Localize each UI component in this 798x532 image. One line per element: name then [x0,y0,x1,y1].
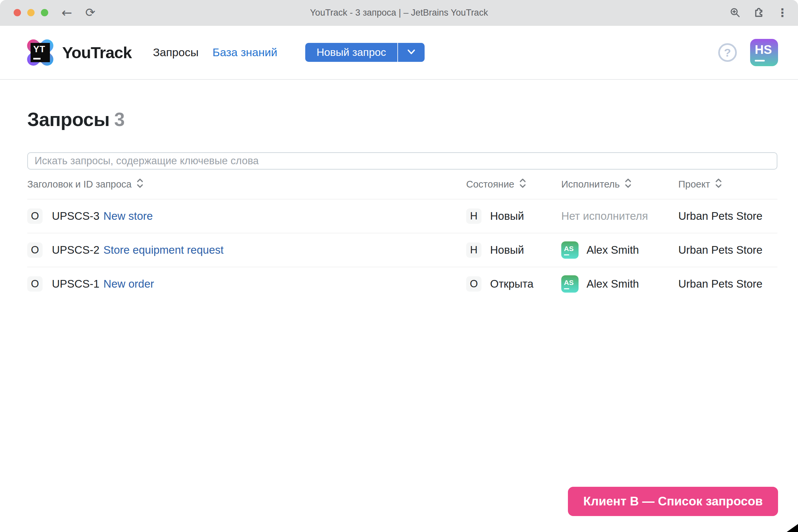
client-b-request-list-button[interactable]: Клиент B — Список запросов [568,487,778,516]
sort-icon [624,178,632,191]
state-cell: Н Новый [466,208,561,224]
request-id: UPSCS-1 [52,278,99,290]
main-nav: Запросы База знаний [153,46,277,59]
back-icon[interactable]: ← [61,6,72,19]
zoom-icon[interactable] [729,7,741,18]
assignee-cell: AS Alex Smith [561,275,678,292]
table-row[interactable]: O UPSCS-1 New order О Открыта AS Alex Sm… [27,267,777,301]
assignee-avatar: AS [561,275,578,292]
request-summary-link[interactable]: New order [103,278,154,290]
browser-chrome: ← ⟳ YouTrack - 3 запроса | – JetBrains Y… [0,0,798,25]
state-badge: О [466,276,481,291]
table-header: Заголовок и ID запроса Состояние Исполни… [27,170,777,199]
traffic-lights [14,9,48,16]
state-label: Открыта [490,278,533,290]
avatar-initials: HS [755,43,772,56]
request-count: 3 [114,109,125,130]
state-badge: Н [466,208,481,224]
state-cell: Н Новый [466,242,561,258]
page-title-text: Запросы [27,109,110,130]
new-request-dropdown-button[interactable] [397,43,424,62]
browser-menu-icon[interactable]: ⋮ [777,7,788,18]
request-type-badge: O [27,276,42,291]
request-summary-link[interactable]: Store equipment request [103,244,224,256]
column-label: Заголовок и ID запроса [27,179,132,190]
column-label: Проект [678,179,710,190]
chrome-toolbar: ⋮ [729,7,788,19]
main-content: Запросы3 Заголовок и ID запроса Состояни… [0,108,798,301]
state-label: Новый [490,244,524,256]
sort-icon [519,178,526,191]
app-title[interactable]: YouTrack [62,43,132,62]
page-title: Запросы3 [27,108,777,130]
project-cell: Urban Pets Store [678,244,777,256]
table-row[interactable]: O UPSCS-2 Store equipment request Н Новы… [27,233,777,267]
youtrack-logo-icon[interactable]: YT [25,37,56,69]
project-cell: Urban Pets Store [678,210,777,223]
column-header-state[interactable]: Состояние [466,178,526,191]
sort-icon [715,178,722,191]
table-row[interactable]: O UPSCS-3 New store Н Новый Нет исполнит… [27,199,777,233]
request-id: UPSCS-3 [52,210,99,223]
title-cell: O UPSCS-2 Store equipment request [27,242,466,258]
app-header: YT YouTrack Запросы База знаний Новый за… [0,25,798,80]
assignee-label: Alex Smith [587,244,639,256]
browser-tab-title: YouTrack - 3 запроса | – JetBrains YouTr… [0,8,798,18]
assignee-label: Alex Smith [587,278,639,290]
title-cell: O UPSCS-1 New order [27,276,466,291]
assignee-avatar: AS [561,241,578,259]
column-header-assignee[interactable]: Исполнитель [561,178,632,191]
state-label: Новый [490,210,524,223]
project-cell: Urban Pets Store [678,278,777,290]
request-type-badge: O [27,208,42,224]
state-badge: Н [466,242,481,258]
user-avatar[interactable]: HS [750,39,778,66]
column-label: Исполнитель [561,179,620,190]
assignee-label: Нет исполнителя [561,210,648,223]
project-label: Urban Pets Store [678,244,762,256]
help-icon[interactable]: ? [718,43,737,62]
nav-item-requests[interactable]: Запросы [153,46,198,59]
request-type-badge: O [27,242,42,258]
reload-icon[interactable]: ⟳ [86,7,95,19]
state-cell: О Открыта [466,276,561,291]
title-cell: O UPSCS-3 New store [27,208,466,224]
maximize-button[interactable] [41,9,48,16]
new-request-button[interactable]: Новый запрос [305,43,397,62]
request-id: UPSCS-2 [52,244,99,256]
chevron-down-icon [406,48,417,57]
column-label: Состояние [466,179,514,190]
extensions-puzzle-icon[interactable] [753,7,765,19]
assignee-cell: AS Alex Smith [561,241,678,259]
mouse-cursor [787,524,798,532]
assignee-avatar-initials: AS [564,279,573,286]
logo-badge-text: YT [33,45,47,54]
nav-item-knowledge-base[interactable]: База знаний [212,46,277,59]
project-label: Urban Pets Store [678,210,762,223]
sort-icon [136,178,144,191]
request-summary-link[interactable]: New store [103,210,153,223]
project-label: Urban Pets Store [678,278,762,290]
close-button[interactable] [14,9,21,16]
assignee-avatar-initials: AS [564,245,573,252]
column-header-title-id[interactable]: Заголовок и ID запроса [27,178,144,191]
minimize-button[interactable] [27,9,35,16]
column-header-project[interactable]: Проект [678,178,722,191]
new-request-split-button: Новый запрос [305,43,424,62]
browser-window: ← ⟳ YouTrack - 3 запроса | – JetBrains Y… [0,0,798,532]
search-input[interactable] [27,152,777,170]
assignee-cell: Нет исполнителя [561,210,678,223]
